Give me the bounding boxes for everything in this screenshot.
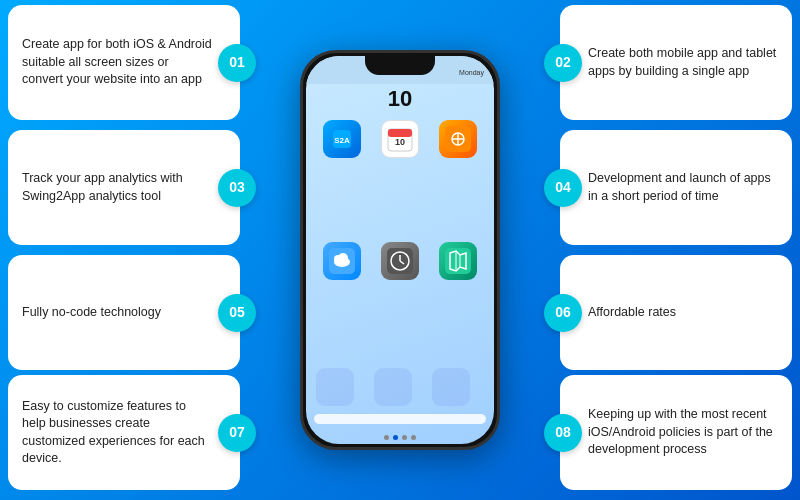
app-weather [316,242,368,358]
feature-card-04: Development and launch of apps in a shor… [560,130,792,245]
svg-text:S2A: S2A [334,136,350,145]
feature-card-06: Affordable rates06 [560,255,792,370]
phone-mockup: Monday 10 S2A 10 [300,50,500,450]
feature-card-02: Create both mobile app and tablet apps b… [560,5,792,120]
maps-icon [439,242,477,280]
app-grid: S2A 10 [306,114,494,364]
phone-screen: Monday 10 S2A 10 [306,56,494,444]
badge-02: 02 [544,44,582,82]
dot-3 [402,435,407,440]
badge-03: 03 [218,169,256,207]
badge-08: 08 [544,414,582,452]
badge-01: 01 [218,44,256,82]
badge-04: 04 [544,169,582,207]
phone-notch [365,53,435,75]
app-calendar: 10 [374,120,426,236]
empty-app-row [306,364,494,410]
calendar-icon: 10 [381,120,419,158]
app-swing: S2A [316,120,368,236]
app-clock [374,242,426,358]
svg-rect-3 [388,129,412,137]
feature-card-03: Track your app analytics with Swing2App … [8,130,240,245]
badge-05: 05 [218,294,256,332]
weather-icon [323,242,361,280]
dot-4 [411,435,416,440]
phone-dots [306,430,494,444]
feature-card-01: Create app for both iOS & Android suitab… [8,5,240,120]
feature-card-07: Easy to customize features to help busin… [8,375,240,490]
dot-1 [384,435,389,440]
svg-text:10: 10 [395,137,405,147]
dot-2 [393,435,398,440]
badge-07: 07 [218,414,256,452]
feature-card-08: Keeping up with the most recent iOS/Andr… [560,375,792,490]
feature-card-05: Fully no-code technology05 [8,255,240,370]
app-maps [432,242,484,358]
app-photos [432,120,484,236]
phone-bottom-card [314,414,486,424]
photos-icon [439,120,477,158]
badge-06: 06 [544,294,582,332]
svg-rect-17 [445,248,471,274]
phone-date: 10 [306,84,494,114]
main-container: Monday 10 S2A 10 [0,0,800,500]
clock-icon [381,242,419,280]
svg-point-12 [338,253,348,263]
swing-icon: S2A [323,120,361,158]
